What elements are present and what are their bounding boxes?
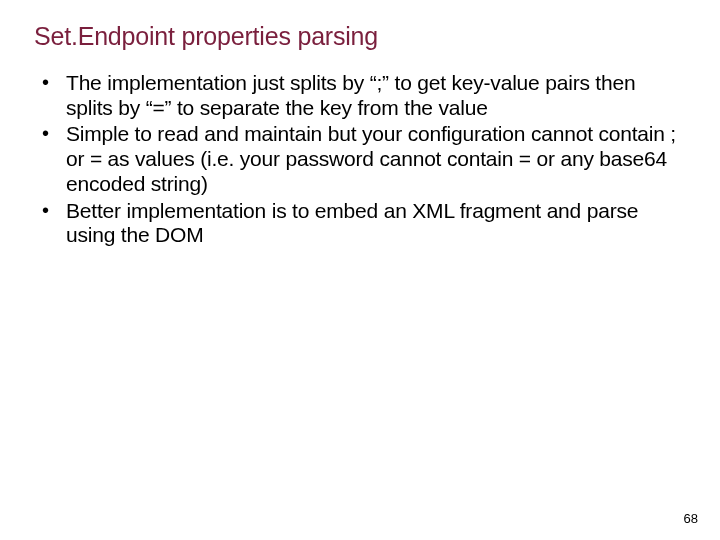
list-item: The implementation just splits by “;” to… [36,71,682,121]
list-item: Simple to read and maintain but your con… [36,122,682,196]
bullet-list: The implementation just splits by “;” to… [34,71,686,248]
slide-title: Set.Endpoint properties parsing [34,22,686,51]
page-number: 68 [684,511,698,526]
list-item: Better implementation is to embed an XML… [36,199,682,249]
slide: Set.Endpoint properties parsing The impl… [0,0,720,540]
